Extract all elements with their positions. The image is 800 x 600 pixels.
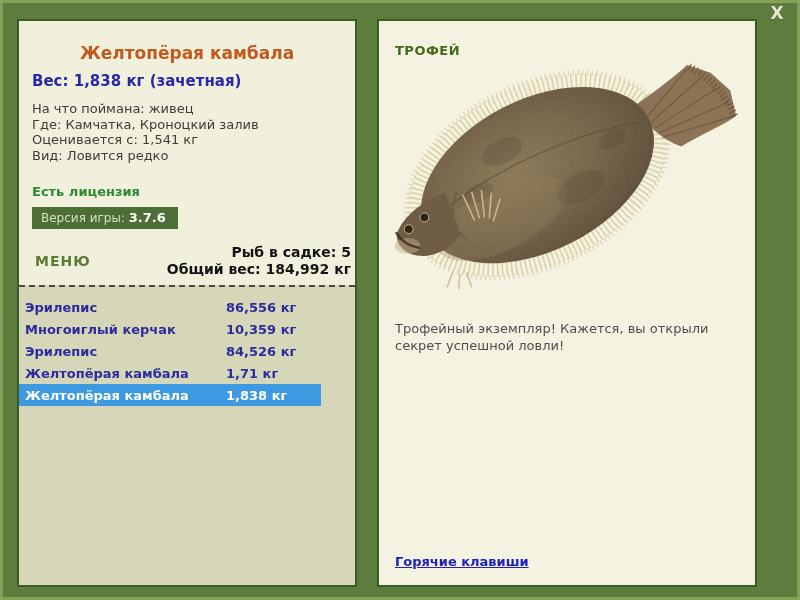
cage-count: Рыб в садке: 5 [167, 244, 351, 261]
version-value: 3.7.6 [129, 210, 166, 225]
cage-summary: Рыб в садке: 5 Общий вес: 184,992 кг [167, 244, 351, 277]
detail-rarity: Вид: Ловится редко [32, 148, 342, 164]
close-icon: X [770, 3, 783, 23]
trophy-label: ТРОФЕЙ [395, 43, 741, 58]
catch-weight: 84,526 кг [226, 344, 296, 359]
catch-row[interactable]: Эрилепис 84,526 кг [19, 340, 321, 362]
catch-weight: 10,359 кг [226, 322, 296, 337]
spacer [393, 354, 741, 554]
catch-name: Эрилепис [25, 300, 226, 315]
version-label: Версия игры: [41, 211, 125, 225]
ventral-fin [447, 271, 472, 289]
detail-bait: На что поймана: живец [32, 101, 342, 117]
trophy-fish-image [393, 61, 741, 299]
hotkeys-link[interactable]: Горячие клавиши [395, 554, 529, 569]
close-button[interactable]: X [763, 2, 791, 24]
game-version-badge: Версия игры: 3.7.6 [32, 207, 178, 229]
catch-weight: 1,838 кг [226, 388, 287, 403]
fish-info-panel: Желтопёрая камбала Вес: 1,838 кг (зачетн… [17, 19, 357, 587]
catch-name: Желтопёрая камбала [25, 388, 226, 403]
catch-name: Многоиглый керчак [25, 322, 226, 337]
cage-total-weight: Общий вес: 184,992 кг [167, 261, 351, 278]
catch-weight: 1,71 кг [226, 366, 278, 381]
detail-location: Где: Камчатка, Кроноцкий залив [32, 117, 342, 133]
fish-eye [420, 213, 429, 222]
catch-row[interactable]: Многоиглый керчак 10,359 кг [19, 318, 321, 340]
catch-name: Эрилепис [25, 344, 226, 359]
catch-name: Желтопёрая камбала [25, 366, 226, 381]
trophy-message: Трофейный экземпляр! Кажется, вы открыли… [395, 321, 737, 354]
menu-row: МЕНЮ Рыб в садке: 5 Общий вес: 184,992 к… [19, 244, 355, 285]
license-status: Есть лицензия [32, 184, 342, 199]
catch-list: Эрилепис 86,556 кг Многоиглый керчак 10,… [19, 285, 355, 585]
catch-weight: 86,556 кг [226, 300, 296, 315]
catch-row-selected[interactable]: Желтопёрая камбала 1,838 кг [19, 384, 321, 406]
detail-rated-from: Оценивается с: 1,541 кг [32, 132, 342, 148]
fish-weight-line: Вес: 1,838 кг (зачетная) [32, 72, 342, 90]
fish-info-section: Желтопёрая камбала Вес: 1,838 кг (зачетн… [19, 21, 355, 229]
fish-title: Желтопёрая камбала [32, 43, 342, 63]
trophy-panel: ТРОФЕЙ [377, 19, 757, 587]
catch-row[interactable]: Желтопёрая камбала 1,71 кг [19, 362, 321, 384]
menu-button[interactable]: МЕНЮ [35, 253, 91, 269]
fish-eye [404, 225, 413, 234]
catch-row[interactable]: Эрилепис 86,556 кг [19, 296, 321, 318]
